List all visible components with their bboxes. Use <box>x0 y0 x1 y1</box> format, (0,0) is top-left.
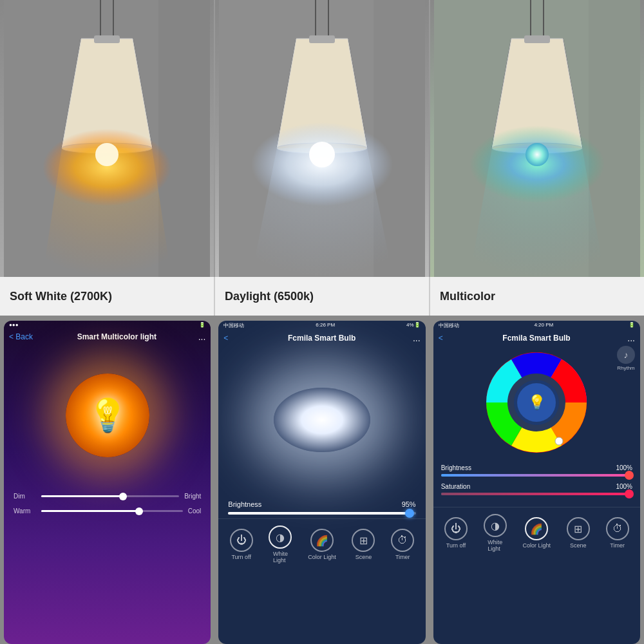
lamps-section <box>0 0 644 277</box>
phone3-rhythm-label: Rhythm <box>617 365 635 371</box>
phone2-brightness-thumb[interactable] <box>405 509 414 518</box>
svg-point-22 <box>309 142 335 167</box>
phone3-back-button[interactable]: < <box>439 334 443 343</box>
phone3-brightness-row: Brightness 100% <box>441 464 632 471</box>
phone1-cool-label: Cool <box>188 507 202 515</box>
phone2-power-icon: ⏻ <box>230 529 253 552</box>
phone1-screen: ●●● 🔋 < Back Smart Multicolor light ... … <box>4 321 211 644</box>
phone2-turnoff-button[interactable]: ⏻ Turn off <box>230 529 253 560</box>
phone2-brightness-slider[interactable] <box>228 512 415 515</box>
phone2-menu-button[interactable]: ... <box>413 333 421 343</box>
phone3-saturation-slider[interactable] <box>441 493 632 495</box>
phone2-bulb-area <box>218 346 425 494</box>
phone3-brightness-slider[interactable] <box>441 474 632 477</box>
phone1-dim-thumb[interactable] <box>119 493 127 500</box>
phone3-saturation-fill <box>441 493 632 495</box>
phone3-brightness-thumb[interactable] <box>625 471 634 480</box>
lamp-warm-panel <box>0 0 215 277</box>
phone2-timer-label: Timer <box>395 554 410 560</box>
phone3-timer-button[interactable]: ⏱ Timer <box>606 517 629 549</box>
phone3-color-light-label: Color Light <box>523 542 551 549</box>
phone2-status-bar: 中国移动 6:26 PM 4%🔋 <box>218 321 425 330</box>
phone2-turnoff-label: Turn off <box>231 554 251 560</box>
phone2-scene-icon: ⊞ <box>352 529 375 552</box>
phone3-rhythm-badge[interactable]: ♪ Rhythm <box>617 346 635 371</box>
phone3-timer-icon: ⏱ <box>606 517 629 540</box>
lamp-warm-svg <box>4 0 210 277</box>
phone3-white-light-label: WhiteLight <box>488 539 502 552</box>
lamp-daylight-panel <box>215 0 430 277</box>
phone2-scene-label: Scene <box>355 554 372 560</box>
phone3-power-icon: ⏻ <box>444 517 468 540</box>
phone3-scene-label: Scene <box>570 542 587 549</box>
phone2-carrier: 中国移动 <box>223 322 244 329</box>
phone2-back-button[interactable]: < <box>223 334 228 343</box>
phone2-white-glow <box>274 388 370 452</box>
phone2-wrapper: 中国移动 6:26 PM 4%🔋 < Fcmila Smart Bulb ... <box>214 316 429 644</box>
phone3-white-light-button[interactable]: ◑ WhiteLight <box>484 514 507 552</box>
phone2-color-icon: 🌈 <box>310 529 334 552</box>
phone2-nav: < Fcmila Smart Bulb ... <box>218 330 425 346</box>
phone3-scene-icon: ⊞ <box>567 517 590 540</box>
phone3-color-light-button[interactable]: 🌈 Color Light <box>523 517 551 549</box>
phone2-brightness-section: Brightness 95% <box>218 494 425 518</box>
phone3-battery: 🔋 <box>629 322 635 329</box>
phone1-bulb-area: 💡 <box>4 345 211 486</box>
phone1-bulb-icon: 💡 <box>88 397 128 434</box>
phone1-title: Smart Multicolor light <box>35 332 198 341</box>
phone2-brightness-value: 95% <box>402 500 416 508</box>
phone3-brightness-label: Brightness <box>441 464 471 471</box>
phone1-nav: < Back Smart Multicolor light ... <box>4 329 211 345</box>
svg-rect-23 <box>309 35 335 43</box>
phone3-time: 4:20 PM <box>534 322 553 329</box>
phone1-bright-label: Bright <box>184 493 201 500</box>
main-container: Soft White (2700K) Daylight (6500k) Mult… <box>0 0 644 644</box>
phone1-menu-button[interactable]: ... <box>198 332 206 342</box>
phone3-status-bar: 中国移动 4:20 PM 🔋 <box>433 321 640 330</box>
svg-rect-11 <box>94 35 120 43</box>
label-multicolor: Multicolor <box>430 277 644 316</box>
phone1-sliders: Dim Bright Warm Cool <box>4 486 211 529</box>
phone2-white-light-button[interactable]: ◑ WhiteLight <box>269 526 292 564</box>
phone1-back-button[interactable]: < Back <box>9 332 33 341</box>
phone1-orange-glow: 💡 <box>66 374 149 457</box>
phone3-saturation-thumb[interactable] <box>625 489 634 498</box>
phone1-dim-label: Dim <box>14 493 36 500</box>
phone3-screen: 中国移动 4:20 PM 🔋 < Fcmila Smart Bulb ... <box>433 321 640 644</box>
svg-marker-9 <box>43 148 171 277</box>
phone2-timer-button[interactable]: ⏱ Timer <box>391 529 414 560</box>
phone3-colorwheel-svg[interactable]: 💡 <box>485 351 588 454</box>
phone1-warm-cool-row: Warm Cool <box>14 507 201 515</box>
svg-rect-1 <box>158 0 210 277</box>
phone1-dim-slider[interactable] <box>41 495 179 497</box>
phone3-nav: < Fcmila Smart Bulb ... <box>433 330 640 346</box>
phone1-wrapper: ●●● 🔋 < Back Smart Multicolor light ... … <box>0 316 214 644</box>
phone1-warm-fill <box>41 510 140 512</box>
phone1-warm-label: Warm <box>14 507 36 515</box>
phone2-time: 6:26 PM <box>316 322 335 329</box>
lamp-daylight-svg <box>219 0 425 277</box>
phone1-warm-thumb[interactable] <box>135 507 143 515</box>
phone3-saturation-label: Saturation <box>441 483 471 490</box>
phone3-sliders: Brightness 100% Saturation 100% <box>433 459 640 507</box>
phone2-color-light-button[interactable]: 🌈 Color Light <box>308 529 336 560</box>
phone3-turnoff-button[interactable]: ⏻ Turn off <box>444 517 468 549</box>
phone2-brightness-icon: ◑ <box>269 526 292 549</box>
phone2-bottom-nav: ⏻ Turn off ◑ WhiteLight 🌈 Color Light ⊞ … <box>218 518 425 567</box>
label-soft-white: Soft White (2700K) <box>0 277 215 316</box>
phone1-status-bar: ●●● 🔋 <box>4 321 211 329</box>
phones-section: ●●● 🔋 < Back Smart Multicolor light ... … <box>0 316 644 644</box>
svg-marker-33 <box>469 148 605 277</box>
phone2-screen: 中国移动 6:26 PM 4%🔋 < Fcmila Smart Bulb ... <box>218 321 425 644</box>
phone1-warm-slider[interactable] <box>41 510 183 512</box>
phone3-scene-button[interactable]: ⊞ Scene <box>567 517 590 549</box>
phone2-white-light-label: WhiteLight <box>273 551 288 564</box>
phone3-bottom-nav: ⏻ Turn off ◑ WhiteLight 🌈 Color Light ⊞ … <box>433 507 640 556</box>
phone2-scene-button[interactable]: ⊞ Scene <box>352 529 375 560</box>
phone3-menu-button[interactable]: ... <box>627 333 635 343</box>
phone3-brightness-icon: ◑ <box>484 514 507 537</box>
phone2-brightness-label: Brightness <box>228 500 261 508</box>
phone3-turnoff-label: Turn off <box>446 542 466 549</box>
phone2-color-light-label: Color Light <box>308 554 336 560</box>
phone3-saturation-row: Saturation 100% <box>441 483 632 490</box>
